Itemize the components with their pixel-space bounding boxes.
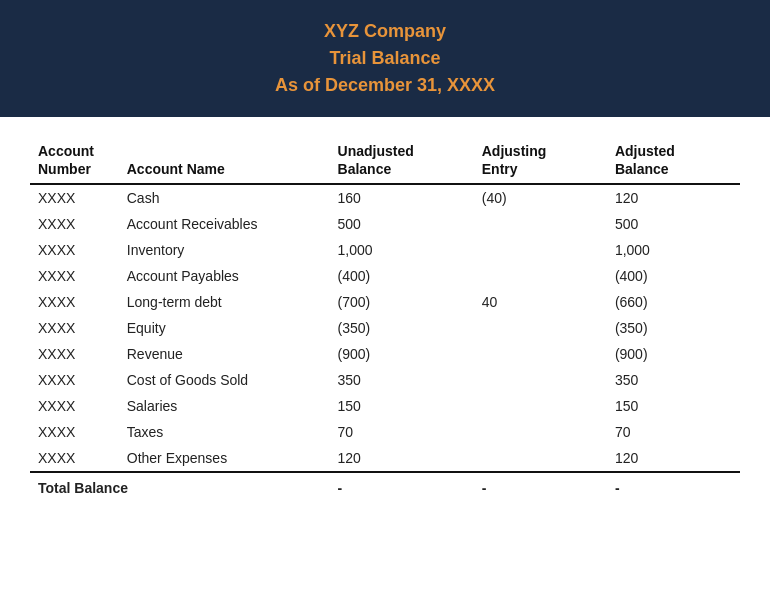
header-row-2: Number Account Name Balance Entry Balanc… bbox=[30, 161, 740, 184]
col-header-account-line1: Account bbox=[30, 137, 119, 161]
cell-adjusted: (660) bbox=[607, 289, 740, 315]
cell-account-number: XXXX bbox=[30, 341, 119, 367]
cell-account-number: XXXX bbox=[30, 263, 119, 289]
cell-adjusting bbox=[474, 341, 607, 367]
cell-account-number: XXXX bbox=[30, 289, 119, 315]
col-header-account-name-empty bbox=[119, 137, 330, 161]
cell-account-number: XXXX bbox=[30, 211, 119, 237]
cell-account-name: Cash bbox=[119, 184, 330, 211]
cell-adjusting: 40 bbox=[474, 289, 607, 315]
cell-account-number: XXXX bbox=[30, 367, 119, 393]
trial-balance-table: Account Unadjusted Adjusting Adjusted Nu… bbox=[30, 137, 740, 503]
col-header-adjusting-line1: Adjusting bbox=[474, 137, 607, 161]
report-title: Trial Balance bbox=[20, 45, 750, 72]
cell-account-number: XXXX bbox=[30, 315, 119, 341]
total-label: Total Balance bbox=[30, 472, 330, 503]
cell-unadjusted: 70 bbox=[330, 419, 474, 445]
cell-unadjusted: 120 bbox=[330, 445, 474, 472]
cell-adjusted: 70 bbox=[607, 419, 740, 445]
col-header-adjusted-line2: Balance bbox=[607, 161, 740, 184]
cell-account-name: Cost of Goods Sold bbox=[119, 367, 330, 393]
cell-unadjusted: (700) bbox=[330, 289, 474, 315]
cell-adjusted: 120 bbox=[607, 445, 740, 472]
cell-account-name: Taxes bbox=[119, 419, 330, 445]
table-body: XXXXCash160(40)120XXXXAccount Receivable… bbox=[30, 184, 740, 503]
cell-adjusting bbox=[474, 263, 607, 289]
table-row: XXXXAccount Receivables500500 bbox=[30, 211, 740, 237]
table-row: XXXXCost of Goods Sold350350 bbox=[30, 367, 740, 393]
cell-unadjusted: 350 bbox=[330, 367, 474, 393]
cell-unadjusted: 160 bbox=[330, 184, 474, 211]
cell-unadjusted: (400) bbox=[330, 263, 474, 289]
header-row-1: Account Unadjusted Adjusting Adjusted bbox=[30, 137, 740, 161]
col-header-account-line2: Number bbox=[30, 161, 119, 184]
cell-adjusting bbox=[474, 211, 607, 237]
cell-account-name: Salaries bbox=[119, 393, 330, 419]
cell-adjusted: (400) bbox=[607, 263, 740, 289]
cell-adjusting bbox=[474, 419, 607, 445]
table-row: XXXXCash160(40)120 bbox=[30, 184, 740, 211]
cell-adjusted: 120 bbox=[607, 184, 740, 211]
company-name: XYZ Company bbox=[20, 18, 750, 45]
total-unadjusted: - bbox=[330, 472, 474, 503]
cell-adjusted: 500 bbox=[607, 211, 740, 237]
total-adjusting: - bbox=[474, 472, 607, 503]
cell-account-number: XXXX bbox=[30, 237, 119, 263]
cell-adjusted: 350 bbox=[607, 367, 740, 393]
cell-adjusted: 1,000 bbox=[607, 237, 740, 263]
cell-account-name: Inventory bbox=[119, 237, 330, 263]
table-row: XXXXAccount Payables(400)(400) bbox=[30, 263, 740, 289]
cell-unadjusted: (900) bbox=[330, 341, 474, 367]
cell-adjusting bbox=[474, 393, 607, 419]
report-date: As of December 31, XXXX bbox=[20, 72, 750, 99]
cell-adjusted: 150 bbox=[607, 393, 740, 419]
cell-adjusting bbox=[474, 237, 607, 263]
cell-account-number: XXXX bbox=[30, 419, 119, 445]
cell-account-name: Other Expenses bbox=[119, 445, 330, 472]
cell-unadjusted: 150 bbox=[330, 393, 474, 419]
cell-adjusted: (900) bbox=[607, 341, 740, 367]
table-row: XXXXRevenue(900)(900) bbox=[30, 341, 740, 367]
cell-unadjusted: 1,000 bbox=[330, 237, 474, 263]
cell-account-number: XXXX bbox=[30, 445, 119, 472]
cell-adjusting bbox=[474, 315, 607, 341]
cell-account-name: Long-term debt bbox=[119, 289, 330, 315]
table-row: XXXXLong-term debt(700)40(660) bbox=[30, 289, 740, 315]
cell-unadjusted: (350) bbox=[330, 315, 474, 341]
table-container: Account Unadjusted Adjusting Adjusted Nu… bbox=[0, 117, 770, 523]
cell-adjusting: (40) bbox=[474, 184, 607, 211]
cell-account-name: Account Receivables bbox=[119, 211, 330, 237]
total-row: Total Balance - - - bbox=[30, 472, 740, 503]
page-header: XYZ Company Trial Balance As of December… bbox=[0, 0, 770, 117]
cell-adjusted: (350) bbox=[607, 315, 740, 341]
table-row: XXXXSalaries150150 bbox=[30, 393, 740, 419]
cell-account-name: Equity bbox=[119, 315, 330, 341]
cell-adjusting bbox=[474, 445, 607, 472]
table-row: XXXXOther Expenses120120 bbox=[30, 445, 740, 472]
cell-account-name: Revenue bbox=[119, 341, 330, 367]
table-row: XXXXTaxes7070 bbox=[30, 419, 740, 445]
cell-account-number: XXXX bbox=[30, 393, 119, 419]
col-header-adjusted-line1: Adjusted bbox=[607, 137, 740, 161]
cell-adjusting bbox=[474, 367, 607, 393]
cell-unadjusted: 500 bbox=[330, 211, 474, 237]
col-header-account-name: Account Name bbox=[119, 161, 330, 184]
table-row: XXXXInventory1,0001,000 bbox=[30, 237, 740, 263]
col-header-adjusting-line2: Entry bbox=[474, 161, 607, 184]
cell-account-number: XXXX bbox=[30, 184, 119, 211]
col-header-unadjusted-line2: Balance bbox=[330, 161, 474, 184]
table-row: XXXXEquity(350)(350) bbox=[30, 315, 740, 341]
total-adjusted: - bbox=[607, 472, 740, 503]
cell-account-name: Account Payables bbox=[119, 263, 330, 289]
col-header-unadjusted-line1: Unadjusted bbox=[330, 137, 474, 161]
